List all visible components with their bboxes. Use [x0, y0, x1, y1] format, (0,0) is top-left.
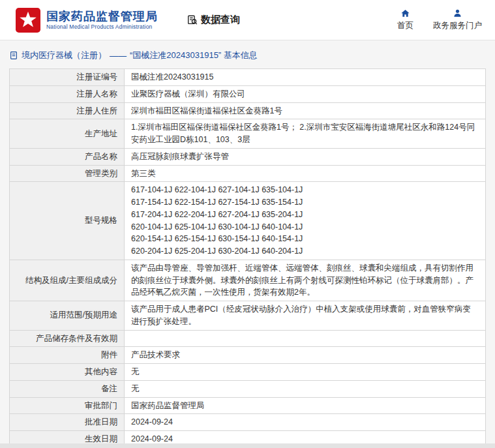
- table-row: 注册证编号国械注准20243031915: [10, 69, 486, 86]
- registration-info-table: 注册证编号国械注准20243031915 注册人名称业聚医疗器械（深圳）有限公司…: [9, 68, 486, 448]
- row-label: 结构及组成/主要组成成分: [10, 260, 125, 301]
- row-label: 其他内容: [10, 364, 125, 381]
- row-value: 617-104-1J 622-104-1J 627-104-1J 635-104…: [125, 182, 486, 260]
- table-row: 注册人名称业聚医疗器械（深圳）有限公司: [10, 85, 486, 102]
- row-label: 管理类别: [10, 165, 125, 182]
- table-row: 其他内容无: [10, 364, 486, 381]
- table-row: 产品储存条件及有效期: [10, 330, 486, 347]
- breadcrumb-separator: ——: [110, 51, 127, 61]
- nav-home[interactable]: 首页: [397, 8, 413, 31]
- data-query-icon: [187, 14, 198, 26]
- table-row: 管理类别第三类: [10, 165, 486, 182]
- main-content: 境内医疗器械（注册） —— “国械注准20243031915” 基本信息 注册证…: [0, 40, 495, 448]
- agency-name-en: National Medical Products Administration: [46, 23, 158, 30]
- row-label: 适用范围/预期用途: [10, 301, 125, 331]
- person-icon: [453, 8, 462, 18]
- page-title: “国械注准20243031915” 基本信息: [130, 50, 258, 61]
- row-value: 高压冠脉刻痕球囊扩张导管: [125, 148, 486, 165]
- table-row: 产品名称高压冠脉刻痕球囊扩张导管: [10, 148, 486, 165]
- nmpa-logo-icon: [16, 8, 40, 33]
- table-row: 结构及组成/主要组成成分该产品由导管座、导管加强杆、近端管体、远端管体、刻痕丝、…: [10, 260, 486, 301]
- row-value: 业聚医疗器械（深圳）有限公司: [125, 85, 486, 102]
- agency-title: 国家药品监督管理局 National Medical Products Admi…: [46, 10, 158, 30]
- nav-gov-portal[interactable]: 政务服务门户: [433, 8, 482, 31]
- header-nav: 首页 政务服务门户: [397, 8, 482, 31]
- row-label: 注册证编号: [10, 69, 125, 86]
- table-row: 型号规格617-104-1J 622-104-1J 627-104-1J 635…: [10, 182, 486, 260]
- home-icon: [400, 8, 410, 18]
- row-value: 国械注准20243031915: [125, 69, 486, 86]
- nav-home-label: 首页: [397, 20, 413, 31]
- row-value: 国家药品监督管理局: [125, 397, 486, 414]
- row-label: 生产地址: [10, 119, 125, 149]
- row-value: 该产品由导管座、导管加强杆、近端管体、远端管体、刻痕丝、球囊和尖端组成，具有切割…: [125, 260, 486, 301]
- breadcrumb-section[interactable]: 境内医疗器械（注册）: [22, 50, 106, 61]
- table-row: 审批部门国家药品监督管理局: [10, 397, 486, 414]
- row-label: 注册人住所: [10, 102, 125, 119]
- row-value: 1.深圳市福田区福保街道福保社区金葵路1号； 2.深圳市宝安区福海街道塘尾社区永…: [125, 119, 486, 149]
- row-value: 无: [125, 364, 486, 381]
- row-label: 注册人名称: [10, 85, 125, 102]
- table-row: 适用范围/预期用途该产品用于成人患者PCI（经皮冠状动脉介入治疗）中植入支架或使…: [10, 301, 486, 331]
- table-row: 备注无: [10, 380, 486, 397]
- footer-strip: [0, 443, 495, 448]
- table-row: 生产地址1.深圳市福田区福保街道福保社区金葵路1号； 2.深圳市宝安区福海街道塘…: [10, 119, 486, 149]
- row-value: 第三类: [125, 165, 486, 182]
- site-header: 国家药品监督管理局 National Medical Products Admi…: [0, 0, 495, 40]
- row-value: 无: [125, 380, 486, 397]
- row-label: 批准日期: [10, 414, 125, 431]
- document-icon: [9, 51, 18, 60]
- row-label: 审批部门: [10, 397, 125, 414]
- row-value: 深圳市福田区福保街道福保社区金葵路1号: [125, 102, 486, 119]
- table-row: 注册人住所深圳市福田区福保街道福保社区金葵路1号: [10, 102, 486, 119]
- agency-name-cn: 国家药品监督管理局: [46, 10, 158, 23]
- row-value: 产品技术要求: [125, 347, 486, 364]
- row-value: 该产品用于成人患者PCI（经皮冠状动脉介入治疗）中植入支架或使用球囊前，对血管狭…: [125, 301, 486, 331]
- row-label: 附件: [10, 347, 125, 364]
- breadcrumb: 境内医疗器械（注册） —— “国械注准20243031915” 基本信息: [9, 50, 486, 61]
- row-label: 产品储存条件及有效期: [10, 330, 125, 347]
- row-label: 型号规格: [10, 182, 125, 260]
- nav-data-query-label: 数据查询: [201, 14, 240, 26]
- row-value: [125, 330, 486, 347]
- table-row: 附件产品技术要求: [10, 347, 486, 364]
- table-row: 批准日期2024-09-24: [10, 414, 486, 431]
- nav-gov-portal-label: 政务服务门户: [433, 20, 482, 31]
- row-label: 备注: [10, 380, 125, 397]
- row-value: 2024-09-24: [125, 414, 486, 431]
- nav-data-query[interactable]: 数据查询: [187, 14, 240, 26]
- row-label: 产品名称: [10, 148, 125, 165]
